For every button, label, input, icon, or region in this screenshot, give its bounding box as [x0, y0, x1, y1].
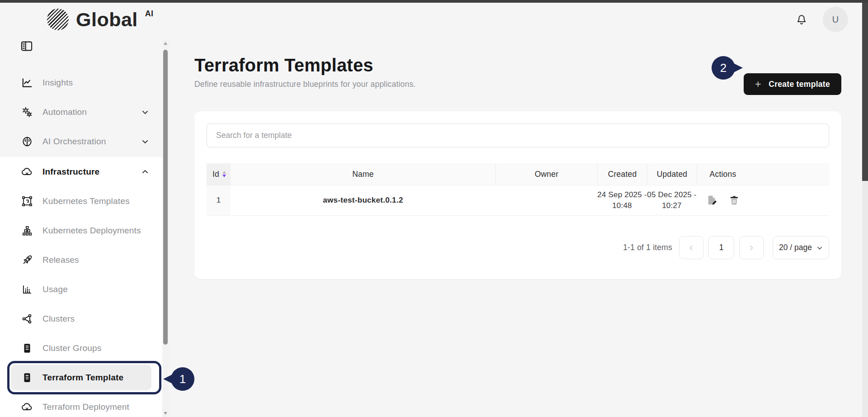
window-top-border: [0, 0, 868, 3]
cell-spacer: [749, 185, 828, 215]
sidebar-item-kubernetes-templates[interactable]: Kubernetes Templates: [0, 186, 162, 216]
chevron-down-icon: [142, 138, 149, 145]
app-body: Insights Automation: [0, 36, 868, 417]
template-frame-icon: [21, 195, 33, 207]
current-page-button[interactable]: 1: [708, 236, 734, 259]
sidebar-item-label: Terraform Deployment: [42, 402, 129, 412]
sidebar-item-label: Automation: [42, 107, 87, 117]
chevron-left-icon: [688, 245, 694, 251]
sidebar-nav-top: Insights Automation: [0, 68, 162, 156]
chevron-up-icon: [142, 168, 149, 175]
page-title-block: Terraform Templates Define reusable infr…: [194, 54, 415, 95]
column-header-spacer: [749, 163, 828, 185]
network-triangle-icon: [21, 313, 33, 325]
logo-superscript: AI: [145, 9, 153, 19]
header-right: U: [795, 7, 848, 32]
cloud-icon: [21, 401, 33, 413]
plus-icon: +: [755, 79, 761, 90]
page-scrollbar[interactable]: [862, 3, 868, 417]
sidebar-item-cluster-groups[interactable]: Cluster Groups: [0, 333, 162, 363]
sidebar-item-label: Cluster Groups: [42, 343, 102, 353]
page-head: Terraform Templates Define reusable infr…: [194, 54, 841, 95]
sidebar-item-label: AI Orchestration: [42, 137, 106, 147]
sort-desc-caret-icon: [222, 175, 226, 177]
cell-id: 1: [207, 185, 231, 215]
sidebar-item-terraform-deployment[interactable]: Terraform Deployment: [0, 392, 162, 417]
edit-file-pencil-icon: [706, 194, 718, 206]
cloud-icon: [21, 166, 33, 178]
page-subtitle: Define reusable infrastructure blueprint…: [194, 80, 415, 89]
column-header-name: Name: [231, 163, 495, 185]
create-template-button[interactable]: + Create template: [744, 73, 841, 95]
cell-updated: 05 Dec 2025 - 10:27: [647, 185, 697, 215]
bar-chart-icon: [21, 284, 33, 295]
templates-table: Id Name Owner Created Updated Actions: [207, 163, 829, 216]
sidebar-scrollbar[interactable]: [162, 40, 169, 417]
sidebar-item-clusters[interactable]: Clusters: [0, 304, 162, 333]
sidebar-item-ai-orchestration[interactable]: AI Orchestration: [0, 127, 162, 156]
scroll-up-arrow-icon[interactable]: [164, 42, 167, 45]
blocks-icon: [21, 225, 33, 237]
user-avatar[interactable]: U: [823, 7, 848, 32]
cell-name: aws-test-bucket.0.1.2: [231, 185, 495, 215]
trash-icon: [729, 195, 740, 206]
logo-globe-icon: [47, 9, 69, 30]
sidebar-scrollbar-thumb[interactable]: [163, 50, 168, 345]
sidebar-item-label: Kubernetes Templates: [42, 196, 130, 206]
cell-owner: [495, 185, 597, 215]
sidebar-infrastructure-group: Infrastructure Kubernetes Te: [0, 157, 162, 417]
sidebar: Insights Automation: [0, 36, 169, 417]
sidebar-item-label: Usage: [42, 284, 68, 294]
cell-created: 24 Sep 2025 - 10:48: [597, 185, 647, 215]
updated-time: 10:27: [662, 200, 682, 211]
sidebar-item-infrastructure[interactable]: Infrastructure: [0, 157, 162, 186]
search-input[interactable]: [207, 123, 829, 147]
logo[interactable]: Global AI: [47, 9, 153, 30]
app-window: Global AI U: [0, 0, 868, 417]
scroll-down-arrow-icon[interactable]: [164, 412, 167, 415]
sidebar-toggle-button[interactable]: [19, 40, 34, 54]
sort-icon[interactable]: [222, 171, 226, 177]
sidebar-item-label: Infrastructure: [42, 167, 99, 177]
cell-actions: [697, 185, 749, 215]
edit-template-button[interactable]: [706, 194, 718, 206]
main-content: Terraform Templates Define reusable infr…: [169, 36, 868, 417]
created-time: 10:48: [612, 200, 632, 211]
sidebar-item-terraform-template[interactable]: Terraform Template: [11, 365, 151, 390]
brain-icon: [21, 136, 33, 147]
annotation-step2-number: 2: [720, 61, 727, 75]
create-template-label: Create template: [769, 80, 830, 89]
page-size-select[interactable]: 20 / page: [773, 236, 829, 259]
delete-template-button[interactable]: [729, 195, 740, 206]
annotation-step2-badge: 2: [712, 56, 735, 80]
sidebar-item-kubernetes-deployments[interactable]: Kubernetes Deployments: [0, 216, 162, 245]
previous-page-button[interactable]: [679, 236, 703, 259]
chevron-down-icon: [142, 109, 149, 116]
column-header-actions: Actions: [697, 163, 749, 185]
sidebar-item-automation[interactable]: Automation: [0, 97, 162, 127]
page-title: Terraform Templates: [194, 54, 415, 76]
sidebar-item-label: Releases: [42, 255, 79, 265]
pagination-summary: 1-1 of 1 items: [623, 243, 672, 252]
column-header-created: Created: [597, 163, 647, 185]
gears-icon: [21, 106, 33, 118]
sort-asc-caret-icon: [222, 171, 226, 174]
sidebar-item-usage[interactable]: Usage: [0, 275, 162, 304]
notifications-bell-icon[interactable]: [795, 13, 808, 26]
page-scrollbar-thumb[interactable]: [862, 3, 868, 181]
next-page-button[interactable]: [739, 236, 764, 259]
sidebar-item-releases[interactable]: Releases: [0, 245, 162, 275]
app-header: Global AI U: [0, 3, 868, 36]
pagination: 1-1 of 1 items 1 20 / page: [207, 236, 829, 259]
column-header-id[interactable]: Id: [207, 163, 231, 185]
templates-card: Id Name Owner Created Updated Actions: [194, 111, 841, 279]
annotation-tail-right: [734, 63, 743, 72]
annotation-step1-number: 1: [179, 372, 186, 386]
annotation-step1-badge: 1: [171, 367, 194, 391]
line-chart-icon: [21, 77, 33, 89]
notebook-icon: [21, 342, 33, 354]
column-header-updated: Updated: [647, 163, 697, 185]
sidebar-item-label: Clusters: [42, 314, 75, 324]
sidebar-item-insights[interactable]: Insights: [0, 68, 162, 97]
sidebar-item-label: Insights: [42, 78, 73, 88]
